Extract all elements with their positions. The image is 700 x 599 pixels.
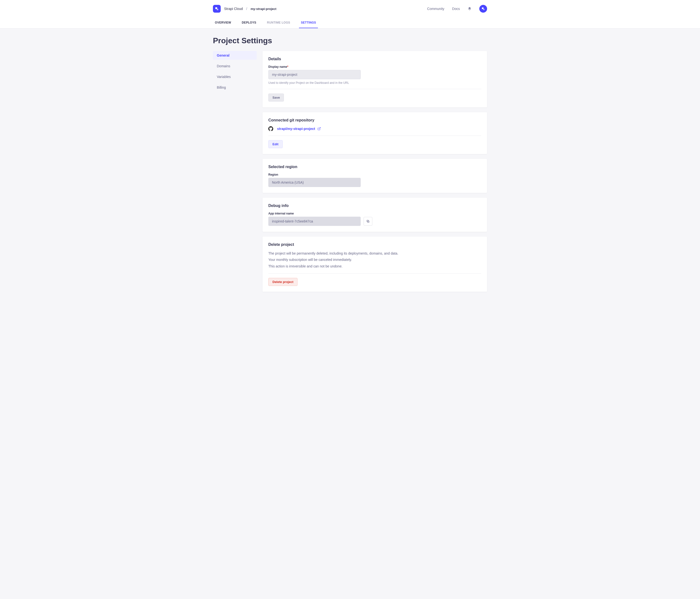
debug-title: Debug info [268, 204, 481, 208]
community-link[interactable]: Community [427, 7, 444, 11]
repo-title: Connected git repository [268, 118, 481, 123]
github-icon [268, 126, 273, 131]
sidebar-item-billing[interactable]: Billing [213, 83, 257, 92]
breadcrumb: Strapi Cloud / my-strapi-project [213, 5, 276, 12]
bell-icon [468, 7, 472, 11]
sidebar-item-variables[interactable]: Variables [213, 72, 257, 81]
display-name-input[interactable] [268, 70, 361, 79]
copy-icon [366, 219, 370, 223]
svg-line-4 [319, 128, 320, 129]
strapi-logo-icon [215, 7, 219, 11]
region-label: Region [268, 173, 481, 176]
settings-sidebar: General Domains Variables Billing [213, 51, 257, 94]
details-card: Details Display name* Used to identify y… [262, 51, 487, 107]
divider [268, 89, 481, 89]
breadcrumb-project[interactable]: my-strapi-project [251, 7, 276, 11]
tab-runtime-logs[interactable]: RUNTIME LOGS [265, 18, 292, 28]
save-button[interactable]: Save [268, 94, 284, 102]
avatar-icon [481, 7, 485, 10]
svg-rect-1 [217, 9, 218, 10]
app-header: Strapi Cloud / my-strapi-project Communi… [0, 0, 700, 28]
divider [268, 135, 481, 136]
notifications-button[interactable] [468, 7, 472, 11]
breadcrumb-separator: / [246, 7, 247, 11]
delete-line-2: Your monthly subscription will be cancel… [268, 257, 481, 262]
external-link-icon [318, 127, 321, 130]
brand-name[interactable]: Strapi Cloud [224, 7, 243, 11]
docs-link[interactable]: Docs [452, 7, 460, 11]
delete-project-button[interactable]: Delete project [268, 278, 298, 286]
sidebar-item-general[interactable]: General [213, 51, 257, 60]
delete-line-1: The project will be permanently deleted,… [268, 251, 481, 256]
strapi-logo[interactable] [213, 5, 221, 12]
debug-label: App internal name [268, 212, 481, 215]
tab-settings[interactable]: SETTINGS [299, 18, 318, 28]
sidebar-item-domains[interactable]: Domains [213, 62, 257, 71]
app-internal-name-input [268, 217, 361, 226]
tab-deploys[interactable]: DEPLOYS [240, 18, 258, 28]
delete-line-3: This action is irreversible and can not … [268, 264, 481, 269]
main-tabs: OVERVIEW DEPLOYS RUNTIME LOGS SETTINGS [213, 18, 487, 28]
divider [268, 273, 481, 274]
edit-repo-button[interactable]: Edit [268, 140, 283, 148]
user-avatar[interactable] [479, 5, 487, 12]
region-input [268, 178, 361, 187]
repo-name: strapi/my-strapi-project [277, 127, 315, 131]
region-card: Selected region Region [262, 159, 487, 193]
debug-card: Debug info App internal name [262, 198, 487, 232]
copy-button[interactable] [364, 217, 372, 226]
display-name-help: Used to identify your Project on the Das… [268, 81, 481, 84]
repo-link[interactable]: strapi/my-strapi-project [277, 127, 321, 131]
svg-rect-3 [483, 9, 484, 10]
delete-card: Delete project The project will be perma… [262, 237, 487, 292]
repo-card: Connected git repository strapi/my-strap… [262, 112, 487, 154]
region-title: Selected region [268, 165, 481, 169]
page-title: Project Settings [213, 36, 487, 45]
tab-overview[interactable]: OVERVIEW [213, 18, 233, 28]
display-name-label: Display name* [268, 65, 481, 69]
details-title: Details [268, 57, 481, 61]
delete-title: Delete project [268, 242, 481, 247]
